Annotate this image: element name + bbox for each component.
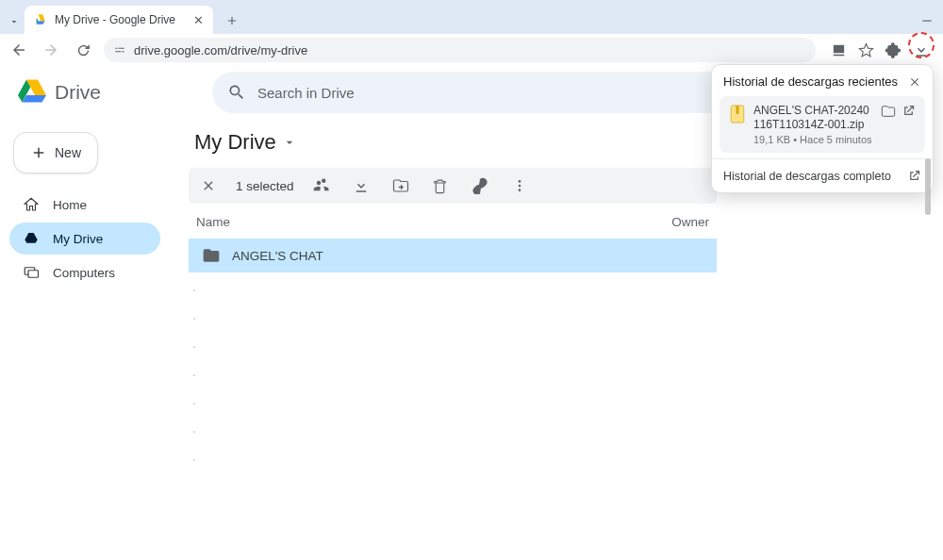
search-icon xyxy=(227,83,246,102)
downloads-icon[interactable] xyxy=(913,41,930,58)
home-icon xyxy=(23,196,40,213)
placeholder-row: . xyxy=(189,414,717,442)
computers-icon xyxy=(23,264,40,281)
extensions-icon[interactable] xyxy=(885,42,902,58)
tab-search-dropdown[interactable] xyxy=(8,9,21,34)
forward-button[interactable] xyxy=(40,39,62,61)
clear-selection-button[interactable] xyxy=(196,173,221,198)
search-bar[interactable]: Search in Drive xyxy=(212,72,740,113)
link-button[interactable] xyxy=(468,173,492,198)
new-tab-button[interactable] xyxy=(219,8,245,34)
svg-point-4 xyxy=(518,185,521,188)
url-text: drive.google.com/drive/my-drive xyxy=(134,43,307,58)
zip-icon xyxy=(729,104,746,145)
share-button[interactable] xyxy=(309,173,334,198)
move-button[interactable] xyxy=(389,173,413,198)
downloads-title: Historial de descargas recientes xyxy=(723,74,898,89)
more-actions-button[interactable] xyxy=(507,173,532,198)
downloads-popover: Historial de descargas recientes ANGEL'S… xyxy=(711,64,934,193)
sidebar-item-label: Home xyxy=(53,198,87,212)
address-bar[interactable]: drive.google.com/drive/my-drive xyxy=(104,38,816,62)
svg-rect-0 xyxy=(922,21,931,22)
drive-logo[interactable]: Drive xyxy=(15,75,101,109)
placeholder-row: . xyxy=(189,329,717,357)
close-icon[interactable] xyxy=(908,75,921,89)
tab-title: My Drive - Google Drive xyxy=(55,13,186,26)
folder-icon xyxy=(202,246,221,265)
sidebar-item-home[interactable]: Home xyxy=(9,189,160,221)
file-row[interactable]: ANGEL'S CHAT xyxy=(189,239,717,272)
sidebar-item-label: My Drive xyxy=(53,232,103,246)
back-button[interactable] xyxy=(8,39,30,61)
chrome-tab-strip: My Drive - Google Drive ✕ xyxy=(0,0,943,34)
drive-icon xyxy=(23,230,40,247)
chrome-toolbar: drive.google.com/drive/my-drive xyxy=(0,34,943,66)
svg-rect-7 xyxy=(736,106,739,114)
open-external-icon[interactable] xyxy=(902,104,916,145)
close-tab-icon[interactable]: ✕ xyxy=(193,13,204,27)
selection-toolbar: 1 selected xyxy=(189,168,717,204)
sidebar-item-computers[interactable]: Computers xyxy=(9,256,160,288)
downloads-footer[interactable]: Historial de descargas completo xyxy=(712,158,933,192)
placeholder-row: . xyxy=(189,386,717,414)
install-app-icon[interactable] xyxy=(831,42,847,58)
search-placeholder: Search in Drive xyxy=(257,85,355,101)
col-owner[interactable]: Owner xyxy=(671,215,709,229)
svg-rect-2 xyxy=(28,271,39,278)
sidebar-item-my-drive[interactable]: My Drive xyxy=(9,222,160,255)
placeholder-row: . xyxy=(189,442,717,470)
bookmark-icon[interactable] xyxy=(858,42,874,58)
new-button-label: New xyxy=(55,145,81,160)
downloads-header: Historial de descargas recientes xyxy=(712,65,933,96)
open-external-icon[interactable] xyxy=(907,169,921,183)
sidebar-item-label: Computers xyxy=(53,266,115,280)
sidebar: New Home My Drive Computers xyxy=(0,119,170,560)
download-meta: 19,1 KB • Hace 5 minutos xyxy=(753,134,873,145)
download-item[interactable]: ANGEL'S CHAT-20240116T110314Z-001.zip 19… xyxy=(720,96,925,153)
col-name[interactable]: Name xyxy=(196,215,230,229)
column-headers: Name Owner xyxy=(189,204,717,239)
downloads-footer-text: Historial de descargas completo xyxy=(723,170,891,183)
browser-tab[interactable]: My Drive - Google Drive ✕ xyxy=(25,6,213,34)
placeholder-row: . xyxy=(189,301,717,329)
placeholder-row: . xyxy=(189,357,717,386)
new-button[interactable]: New xyxy=(13,132,98,173)
download-filename: ANGEL'S CHAT-20240116T110314Z-001.zip xyxy=(753,104,873,132)
file-name: ANGEL'S CHAT xyxy=(232,249,703,263)
svg-point-5 xyxy=(518,189,521,191)
download-button[interactable] xyxy=(349,173,373,198)
delete-button[interactable] xyxy=(428,173,453,198)
site-settings-icon[interactable] xyxy=(113,43,126,57)
reload-button[interactable] xyxy=(72,39,94,61)
page-title-text: My Drive xyxy=(194,130,276,155)
drive-favicon xyxy=(34,13,47,26)
placeholder-row: . xyxy=(189,272,717,301)
drive-brand-text: Drive xyxy=(55,81,101,104)
selected-count: 1 selected xyxy=(236,179,294,193)
scrollbar-thumb[interactable] xyxy=(925,158,931,215)
dropdown-icon xyxy=(282,135,297,150)
svg-point-3 xyxy=(518,180,521,183)
show-in-folder-icon[interactable] xyxy=(881,104,896,145)
window-min-icon[interactable] xyxy=(920,0,939,34)
